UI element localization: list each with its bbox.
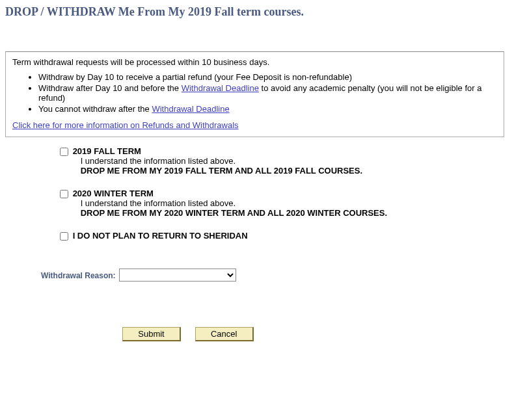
option-fall: 2019 FALL TERM I understand the informat… [57,146,522,176]
info-lead: Term withdrawal requests will be process… [12,57,497,67]
button-row: Submit Cancel [122,327,522,341]
info-bullet: Withdraw after Day 10 and before the Wit… [38,83,497,103]
drop-winter: DROP ME FROM MY 2020 WINTER TERM AND ALL… [73,208,387,218]
options-section: 2019 FALL TERM I understand the informat… [57,146,522,243]
withdrawal-deadline-link[interactable]: Withdrawal Deadline [152,104,229,114]
withdrawal-reason-select[interactable] [119,269,236,282]
checkbox-noreturn[interactable] [60,232,68,241]
info-bullet: You cannot withdraw after the Withdrawal… [38,104,497,114]
withdrawal-reason-label: Withdrawal Reason: [41,271,116,280]
info-bullets: Withdraw by Day 10 to receive a partial … [12,72,497,114]
understand-winter: I understand the information listed abov… [73,198,236,208]
option-winter: 2020 WINTER TERM I understand the inform… [57,189,522,218]
bullet-text: You cannot withdraw after the [38,104,152,114]
understand-fall: I understand the information listed abov… [73,156,236,166]
bullet-text: Withdraw after Day 10 and before the [38,83,182,93]
checkbox-fall[interactable] [60,148,68,156]
withdrawal-deadline-link[interactable]: Withdrawal Deadline [182,83,259,93]
term-winter-label: 2020 WINTER TERM [73,189,154,198]
checkbox-winter[interactable] [60,190,68,198]
cancel-button[interactable]: Cancel [195,327,254,341]
bullet-text: Withdraw by Day 10 to receive a partial … [38,72,352,82]
more-info-link[interactable]: Click here for more information on Refun… [12,120,239,130]
withdrawal-reason-row: Withdrawal Reason: [41,269,522,282]
info-box: Term withdrawal requests will be process… [5,51,504,137]
option-noreturn: I DO NOT PLAN TO RETURN TO SHERIDAN [57,231,522,243]
info-bullet: Withdraw by Day 10 to receive a partial … [38,72,497,82]
submit-button[interactable]: Submit [122,327,181,341]
term-fall-label: 2019 FALL TERM [73,146,141,156]
noreturn-label: I DO NOT PLAN TO RETURN TO SHERIDAN [73,231,248,241]
drop-fall: DROP ME FROM MY 2019 FALL TERM AND ALL 2… [73,166,362,176]
page-title: DROP / WITHDRAW Me From My 2019 Fall ter… [5,5,522,19]
